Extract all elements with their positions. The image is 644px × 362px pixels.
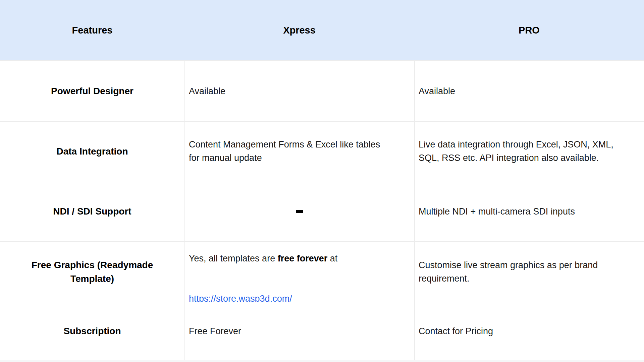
xpress-value-data-integration: Content Management Forms & Excel like ta… [184, 121, 414, 181]
pro-value-ndi-sdi: Multiple NDI + multi-camera SDI inputs [414, 181, 644, 241]
xpress-value-powerful-designer: Available [184, 60, 414, 121]
feature-comparison-table: Features Xpress PRO Powerful Designer Av… [0, 0, 644, 360]
feature-label-powerful-designer: Powerful Designer [0, 60, 184, 121]
column-header-xpress: Xpress [184, 0, 414, 60]
xpress-value-ndi-sdi: - [184, 181, 414, 241]
pro-value-data-integration: Live data integration through Excel, JSO… [414, 121, 644, 181]
xpress-value-free-graphics: Yes, all templates are free forever at h… [184, 241, 414, 302]
column-header-pro: PRO [414, 0, 644, 60]
feature-label-free-graphics: Free Graphics (Readymade Template) [0, 241, 184, 302]
feature-label-data-integration: Data Integration [0, 121, 184, 181]
free-forever-emphasis: free forever [278, 253, 328, 263]
pro-value-free-graphics: Customise live stream graphics as per br… [414, 241, 644, 302]
column-header-features: Features [0, 0, 184, 60]
templates-text-suffix: at [327, 253, 337, 263]
pro-value-powerful-designer: Available [414, 60, 644, 121]
pro-value-subscription: Contact for Pricing [414, 302, 644, 360]
feature-label-subscription: Subscription [0, 302, 184, 360]
not-available-dash-icon: - [296, 210, 303, 213]
xpress-value-subscription: Free Forever [184, 302, 414, 360]
feature-label-ndi-sdi-support: NDI / SDI Support [0, 181, 184, 241]
templates-text-prefix: Yes, all templates are [189, 253, 278, 263]
